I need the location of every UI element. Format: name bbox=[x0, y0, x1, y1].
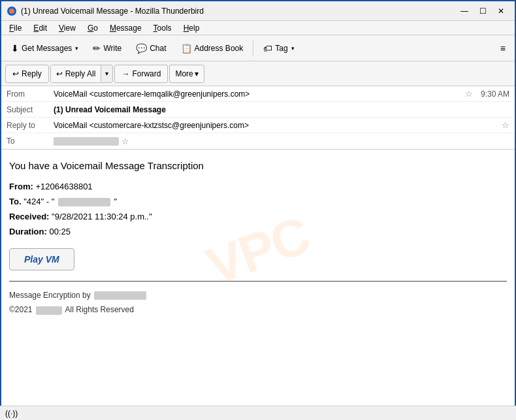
more-dropdown-arrow: ▾ bbox=[195, 69, 199, 78]
body-title: You have a Voicemail Message Transcripti… bbox=[9, 160, 507, 171]
email-time: 9:30 AM bbox=[481, 89, 509, 99]
from-label: From bbox=[7, 89, 54, 99]
get-messages-icon: ⬇ bbox=[11, 43, 19, 54]
from-star-icon[interactable]: ☆ bbox=[465, 89, 473, 99]
menu-tools[interactable]: Tools bbox=[148, 22, 177, 34]
header-replyto-row: Reply to VoiceMail <customercare-kxtzsts… bbox=[1, 118, 515, 133]
menu-help[interactable]: Help bbox=[178, 22, 205, 34]
play-vm-button[interactable]: Play VM bbox=[9, 248, 74, 270]
address-book-button[interactable]: 📋 Address Book bbox=[175, 39, 250, 58]
minimize-button[interactable]: — bbox=[456, 5, 473, 18]
menu-view[interactable]: View bbox=[54, 22, 81, 34]
get-messages-button[interactable]: ⬇ Get Messages ▾ bbox=[5, 39, 84, 58]
subject-label: Subject bbox=[7, 105, 54, 114]
svg-point-1 bbox=[9, 8, 14, 14]
write-button[interactable]: ✏ Write bbox=[87, 39, 127, 58]
reply-button[interactable]: ↩ Reply bbox=[5, 65, 49, 83]
to-label: To bbox=[7, 137, 54, 146]
replyto-star-icon[interactable]: ☆ bbox=[502, 120, 509, 130]
to-value-blurred bbox=[54, 137, 119, 146]
reply-all-icon: ↩ bbox=[56, 69, 63, 78]
reply-icon: ↩ bbox=[12, 69, 19, 78]
chat-button[interactable]: 💬 Chat bbox=[130, 39, 172, 58]
copyright-line: ©2021 All Rights Reserved bbox=[9, 305, 507, 314]
close-button[interactable]: ✕ bbox=[492, 5, 509, 18]
reply-all-dropdown-arrow[interactable]: ▾ bbox=[101, 65, 112, 82]
reply-to-value: VoiceMail <customercare-kxtzstsc@greenju… bbox=[54, 121, 499, 130]
menu-message[interactable]: Message bbox=[105, 22, 147, 34]
toolbar-separator bbox=[253, 40, 253, 56]
reply-to-label: Reply to bbox=[7, 121, 54, 130]
forward-icon: → bbox=[121, 69, 129, 78]
menu-file[interactable]: File bbox=[4, 22, 27, 34]
tag-button[interactable]: 🏷 Tag ▾ bbox=[257, 39, 300, 58]
from-value: VoiceMail <customercare-lemqalik@greenju… bbox=[54, 89, 462, 99]
app-icon bbox=[7, 6, 17, 16]
menu-go[interactable]: Go bbox=[82, 22, 103, 34]
title-bar: (1) Unread Voicemail Message - Mozilla T… bbox=[1, 1, 515, 21]
copyright-blurred bbox=[36, 306, 62, 315]
get-messages-arrow[interactable]: ▾ bbox=[75, 45, 78, 52]
reply-all-button-group[interactable]: ↩ Reply All ▾ bbox=[50, 65, 114, 83]
encryption-line: Message Encryption by bbox=[9, 291, 507, 300]
body-to-line: To. "424" - " " bbox=[9, 197, 507, 206]
reply-all-main[interactable]: ↩ Reply All bbox=[51, 65, 101, 82]
window-title: (1) Unread Voicemail Message - Mozilla T… bbox=[21, 7, 204, 16]
status-bar: ((·)) bbox=[0, 406, 516, 420]
hamburger-menu-button[interactable]: ≡ bbox=[495, 40, 511, 56]
to-star-icon[interactable]: ☆ bbox=[121, 137, 129, 146]
maximize-button[interactable]: ☐ bbox=[474, 5, 491, 18]
to-body-blurred bbox=[58, 198, 110, 206]
header-subject-row: Subject (1) Unread Voicemail Message bbox=[1, 102, 515, 118]
tag-arrow[interactable]: ▾ bbox=[291, 45, 295, 52]
address-book-icon: 📋 bbox=[181, 43, 192, 54]
body-received-line: Received: "9/28/2021 11:30:24 p.m.." bbox=[9, 212, 507, 221]
main-toolbar: ⬇ Get Messages ▾ ✏ Write 💬 Chat 📋 Addres… bbox=[1, 35, 515, 61]
forward-button[interactable]: → Forward bbox=[114, 65, 168, 83]
window-controls[interactable]: — ☐ ✕ bbox=[456, 5, 509, 18]
email-header: From VoiceMail <customercare-lemqalik@gr… bbox=[1, 86, 515, 150]
body-from-line: From: +12064638801 bbox=[9, 182, 507, 191]
write-icon: ✏ bbox=[93, 43, 101, 54]
connection-status-icon: ((·)) bbox=[5, 409, 18, 418]
email-body: VPC You have a Voicemail Message Transcr… bbox=[1, 150, 515, 352]
body-divider bbox=[9, 281, 507, 282]
more-button[interactable]: More ▾ bbox=[169, 65, 204, 83]
reply-toolbar: ↩ Reply ↩ Reply All ▾ → Forward More ▾ bbox=[1, 61, 515, 86]
subject-value: (1) Unread Voicemail Message bbox=[54, 105, 509, 114]
encryption-blurred bbox=[94, 291, 146, 300]
chat-icon: 💬 bbox=[136, 43, 147, 54]
title-bar-left: (1) Unread Voicemail Message - Mozilla T… bbox=[7, 6, 204, 16]
tag-icon: 🏷 bbox=[263, 43, 272, 54]
header-from-row: From VoiceMail <customercare-lemqalik@gr… bbox=[1, 86, 515, 102]
header-to-row: To ☆ bbox=[1, 133, 515, 149]
body-duration-line: Duration: 00:25 bbox=[9, 227, 507, 236]
menu-bar: File Edit View Go Message Tools Help bbox=[1, 21, 515, 35]
menu-edit[interactable]: Edit bbox=[28, 22, 52, 34]
